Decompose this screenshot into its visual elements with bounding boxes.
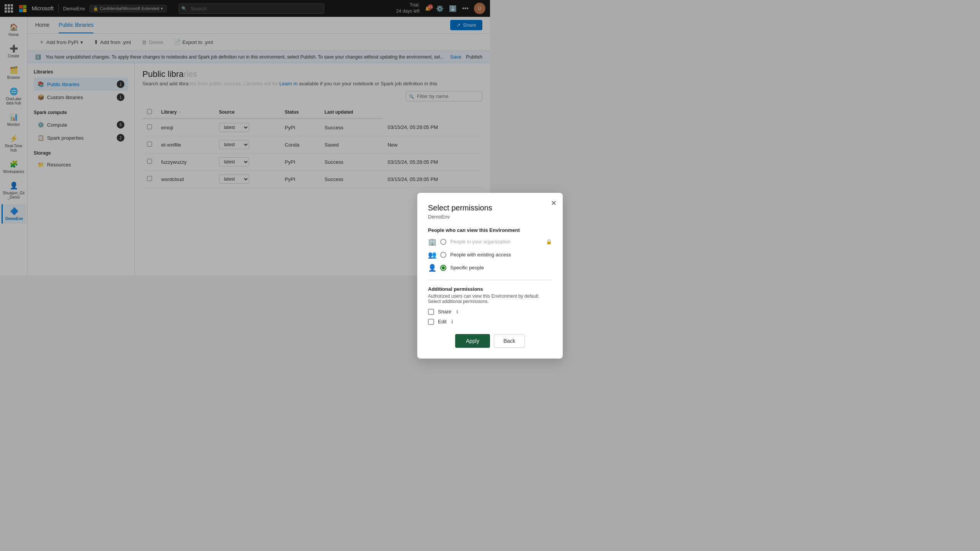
perm-specific-label: Specific people <box>450 265 484 271</box>
radio-org[interactable] <box>440 239 446 245</box>
view-section-title: People who can view this Environment <box>428 227 490 233</box>
perm-org-label: People in your organization <box>450 239 490 245</box>
dialog-subtitle: DemoEnv <box>428 214 490 220</box>
radio-existing[interactable] <box>440 252 446 258</box>
dialog-overlay[interactable]: ✕ Select permissions DemoEnv People who … <box>0 0 490 276</box>
perm-existing-label: People with existing access <box>450 252 490 258</box>
radio-specific[interactable] <box>440 265 446 271</box>
org-icon: 🏢 <box>428 238 436 246</box>
perm-option-specific[interactable]: 👤 Specific people <box>428 264 490 272</box>
perm-option-existing[interactable]: 👥 People with existing access <box>428 251 490 259</box>
perm-option-org[interactable]: 🏢 People in your organization 🔒 <box>428 238 490 246</box>
existing-access-icon: 👥 <box>428 251 436 259</box>
specific-people-icon: 👤 <box>428 264 436 272</box>
dialog-title: Select permissions <box>428 204 490 212</box>
select-permissions-dialog: ✕ Select permissions DemoEnv People who … <box>417 193 490 276</box>
